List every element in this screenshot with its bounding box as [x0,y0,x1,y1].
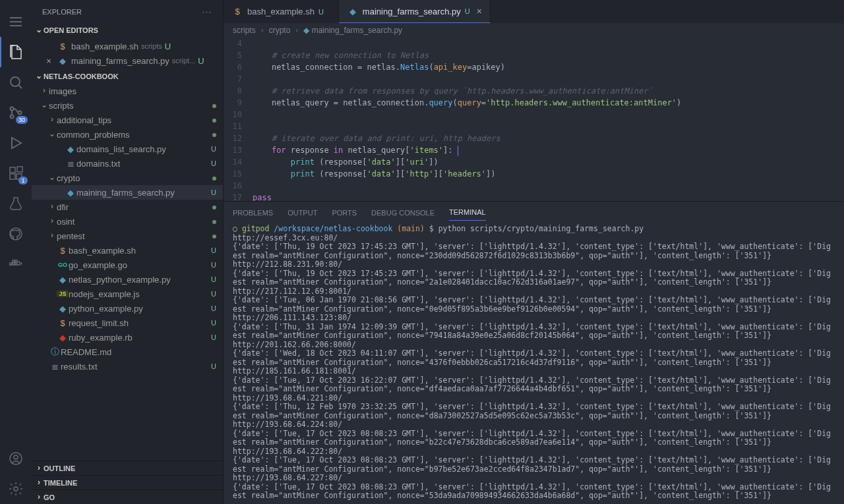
timeline-header[interactable]: TIMELINE [32,475,223,490]
folder-item[interactable]: crypto [32,171,223,185]
svg-point-20 [14,455,18,459]
svg-marker-8 [12,138,21,148]
file-item[interactable]: $request_limit.shU [32,316,223,330]
extensions-icon[interactable]: 1 [0,158,32,188]
git-status: U [211,362,216,370]
code-line[interactable]: # retrieve data from responses by query … [253,85,844,97]
go-header[interactable]: GO [32,490,223,504]
account-icon[interactable] [0,443,32,474]
file-item[interactable]: GOgo_example.goU [32,258,223,272]
breadcrumb[interactable]: scripts›crypto›◆ maining_farms_search.py [224,23,844,38]
svg-point-7 [18,111,22,115]
code-line[interactable]: netlas_query = netlas_connection.query(q… [253,97,844,109]
search-icon[interactable] [0,67,32,98]
folder-item[interactable]: pentest [32,229,223,243]
main: $bash_example.shU◆maining_farms_search.p… [224,0,844,504]
svg-rect-18 [15,260,17,262]
code-line[interactable] [253,73,844,85]
git-status: U [165,42,171,51]
github-icon[interactable] [0,219,32,249]
git-status-dot [212,130,216,138]
explorer-menu-icon[interactable]: ··· [202,8,212,16]
outline-header[interactable]: OUTLINE [32,461,223,475]
settings-icon[interactable] [0,474,32,504]
editor-tab[interactable]: $bash_example.shU [224,0,339,23]
panel-tab-terminal[interactable]: TERMINAL [449,204,486,221]
activity-bar: 30 1 [0,0,32,504]
file-item[interactable]: ◆maining_farms_search.pyU [32,185,223,200]
code-line[interactable]: # create new connection to Netlas [253,49,844,61]
file-item[interactable]: JSnodejs_example.jsU [32,287,223,301]
folder-item[interactable]: images [32,84,223,98]
source-control-icon[interactable]: 30 [0,98,32,128]
breadcrumb-segment[interactable]: ◆ maining_farms_search.py [303,26,402,35]
git-status: U [211,319,216,327]
git-status-dot [212,101,216,109]
file-icon: JS [57,291,69,297]
panel-tab-ports[interactable]: PORTS [332,205,357,221]
open-editor-item[interactable]: $bash_example.sh scriptsU [32,39,223,53]
panel-tabs: PROBLEMSOUTPUTPORTSDEBUG CONSOLETERMINAL [224,202,844,223]
git-status: U [211,159,216,167]
code-line[interactable]: pass [253,192,844,201]
menu-icon[interactable] [0,7,32,37]
sidebar: EXPLORER ··· OPEN EDITORS $bash_example.… [32,0,224,504]
testing-icon[interactable] [0,188,32,219]
editor-tabs: $bash_example.shU◆maining_farms_search.p… [224,0,844,23]
code-line[interactable]: # iterate over data and print: uri, http… [253,132,844,144]
folder-item[interactable]: common_problems [32,127,223,142]
chevron-icon [47,129,57,138]
file-icon: ◆ [303,26,309,35]
code-line[interactable]: print (response['data']['uri']) [253,156,844,168]
file-icon: ≣ [65,159,76,169]
folder-item[interactable]: osint [32,214,223,229]
git-status-dot [212,203,216,211]
file-icon: ◆ [65,188,76,198]
code-line[interactable]: netlas_connection = netlas.Netlas(api_ke… [253,61,844,73]
close-icon[interactable]: × [44,56,54,66]
editor-tab[interactable]: ◆maining_farms_search.pyU× [339,0,491,23]
svg-point-5 [11,107,14,111]
chevron-icon [47,202,57,211]
terminal[interactable]: ○ gitpod /workspace/netlas-cookbook (mai… [224,223,844,504]
workspace-header[interactable]: NETLAS-COOKBOOK [32,69,223,84]
folder-item[interactable]: additional_tips [32,113,223,127]
svg-point-19 [10,453,22,464]
svg-rect-10 [10,174,15,179]
folder-item[interactable]: dfir [32,200,223,214]
file-item[interactable]: ◆netlas_python_example.pyU [32,272,223,287]
debug-icon[interactable] [0,128,32,158]
code-line[interactable] [253,121,844,132]
explorer-icon[interactable] [0,37,32,67]
panel-tab-output[interactable]: OUTPUT [287,205,317,221]
file-item[interactable]: ≣results.txtU [32,359,223,374]
file-item[interactable]: ◆python_example.pyU [32,301,223,316]
file-item[interactable]: ◆ruby_example.rbU [32,330,223,345]
folder-item[interactable]: scripts [32,98,223,113]
chevron-icon [40,86,49,95]
code-line[interactable]: for response in netlas_query['items']: [253,144,844,156]
code-line[interactable] [253,109,844,121]
code-line[interactable] [253,180,844,192]
open-editor-item[interactable]: ×◆maining_farms_search.py script...U [32,53,223,68]
bottom-panel: PROBLEMSOUTPUTPORTSDEBUG CONSOLETERMINAL… [224,201,844,504]
close-icon[interactable]: × [477,6,482,16]
docker-icon[interactable] [0,249,32,279]
breadcrumb-segment[interactable]: crypto [269,26,291,35]
file-item[interactable]: ◆domains_list_search.pyU [32,142,223,156]
file-item[interactable]: ≣domains.txtU [32,156,223,171]
panel-tab-debug-console[interactable]: DEBUG CONSOLE [371,205,435,221]
open-editors-header[interactable]: OPEN EDITORS [32,23,223,38]
file-icon: $ [57,318,69,328]
editor[interactable]: 4567891011121314151617 # create new conn… [224,38,844,201]
panel-tab-problems[interactable]: PROBLEMS [233,205,273,221]
code-line[interactable] [253,38,844,49]
file-item[interactable]: ⓘREADME.md [32,345,223,359]
code-line[interactable]: print (response['data']['http']['headers… [253,168,844,180]
breadcrumb-segment[interactable]: scripts [233,26,256,35]
file-icon: $ [57,246,69,256]
file-icon: ◆ [65,144,76,154]
explorer-title: EXPLORER [42,8,82,16]
git-status: U [211,188,216,196]
file-item[interactable]: $bash_example.shU [32,243,223,258]
